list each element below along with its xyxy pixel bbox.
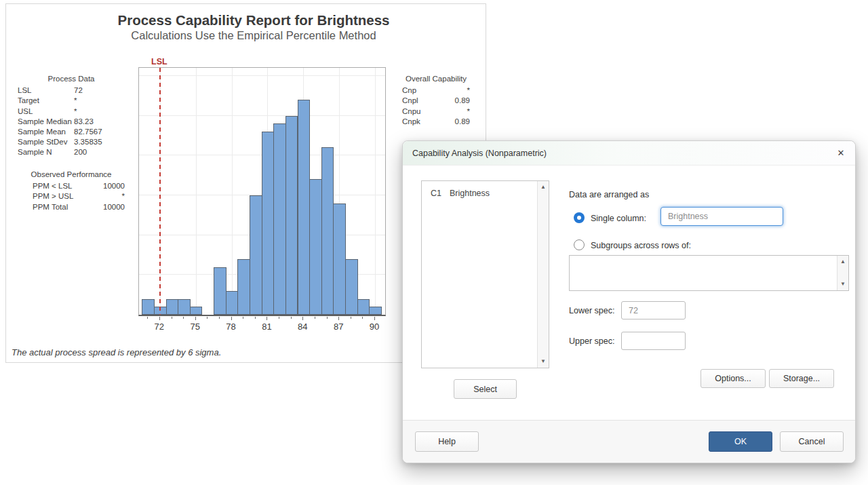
stat-label: PPM < LSL — [33, 181, 90, 191]
histogram-bar — [262, 132, 275, 315]
stat-row: Sample Mean82.7567 — [18, 127, 125, 137]
gridline-vertical — [375, 68, 376, 315]
stat-row: Cnpk0.89 — [402, 117, 470, 127]
stat-row: Cnpl0.89 — [402, 96, 470, 106]
x-axis-tick — [267, 317, 267, 320]
stat-label: PPM Total — [33, 202, 90, 212]
options-button[interactable]: Options... — [701, 369, 766, 388]
histogram-bar — [190, 307, 203, 315]
x-axis-tick — [147, 317, 148, 319]
stat-row: PPM < LSL10000 — [18, 181, 125, 191]
stat-label: LSL — [18, 85, 74, 96]
histogram-bar — [369, 307, 382, 315]
stat-value: 0.89 — [437, 117, 470, 127]
histogram-bar — [321, 147, 334, 315]
stat-label: Cnpk — [402, 117, 437, 127]
scroll-up-icon[interactable]: ▲ — [837, 256, 848, 267]
x-axis-tick — [374, 317, 375, 320]
close-icon[interactable]: ✕ — [833, 147, 848, 160]
help-button[interactable]: Help — [415, 431, 479, 452]
subgroups-radio[interactable] — [574, 239, 585, 250]
x-axis-tick-label: 78 — [221, 322, 241, 332]
x-axis-tick — [351, 317, 351, 319]
observed-performance-panel: Observed Performance PPM < LSL10000PPM >… — [18, 170, 125, 212]
gridline-vertical — [196, 68, 197, 315]
variable-column-id: C1 — [431, 189, 441, 198]
x-axis-tick — [315, 317, 315, 319]
gridline-horizontal — [139, 115, 385, 116]
stat-label: PPM > USL — [33, 191, 90, 201]
stat-row: Cnp* — [402, 85, 470, 96]
x-axis: 72757881848790 — [138, 317, 387, 334]
listbox-scrollbar[interactable]: ▲ ▼ — [537, 181, 549, 368]
stat-label: Cnpu — [402, 106, 437, 117]
x-axis-tick-label: 84 — [292, 322, 313, 332]
stat-value: * — [437, 106, 470, 117]
x-axis-tick — [219, 317, 220, 319]
single-column-input[interactable] — [660, 207, 783, 226]
overall-capability-rows: Cnp*Cnpl0.89Cnpu*Cnpk0.89 — [402, 85, 470, 127]
x-axis-tick — [172, 317, 172, 319]
x-axis-tick — [243, 317, 243, 319]
subgroups-input[interactable]: ▲ ▼ — [569, 255, 849, 291]
histogram-bar — [345, 259, 358, 315]
stat-row: Sample StDev3.35835 — [18, 137, 125, 147]
stat-value: 72 — [74, 85, 125, 96]
histogram-bar — [214, 267, 226, 315]
x-axis-tick — [291, 317, 292, 319]
x-axis-tick — [231, 317, 232, 320]
cancel-button[interactable]: Cancel — [780, 431, 844, 452]
scroll-down-icon[interactable]: ▼ — [837, 279, 848, 290]
stat-row: PPM Total10000 — [18, 202, 125, 212]
upper-spec-input[interactable] — [621, 332, 686, 350]
stat-row: Sample N200 — [18, 147, 125, 157]
process-data-panel: Process Data LSL72Target*USL*Sample Medi… — [18, 74, 125, 158]
lower-spec-input[interactable] — [621, 301, 686, 319]
overall-capability-header: Overall Capability — [402, 74, 470, 84]
stat-label: Sample N — [18, 147, 74, 157]
stat-row: Sample Median83.23 — [18, 117, 125, 127]
capability-analysis-dialog: Capability Analysis (Nonparametric) ✕ C1… — [402, 140, 856, 463]
stat-row: USL* — [18, 106, 125, 117]
stat-label: Sample Median — [18, 117, 74, 127]
x-axis-tick — [195, 317, 196, 320]
data-arranged-label: Data are arranged as — [569, 190, 649, 199]
dialog-titlebar[interactable]: Capability Analysis (Nonparametric) ✕ — [403, 141, 855, 166]
ok-button[interactable]: OK — [709, 431, 772, 452]
x-axis-tick-label: 90 — [364, 322, 384, 332]
variable-listbox[interactable]: C1 Brightness ▲ ▼ — [421, 180, 549, 368]
stat-label: Cnpl — [402, 96, 437, 106]
lsl-reference-line — [159, 68, 161, 315]
stat-value: 10000 — [90, 181, 125, 191]
observed-performance-header: Observed Performance — [18, 170, 125, 180]
lower-spec-label: Lower spec: — [569, 306, 614, 315]
select-button[interactable]: Select — [454, 379, 517, 399]
histogram-bar — [298, 100, 311, 315]
stat-value: 82.7567 — [74, 127, 125, 137]
stat-value: 10000 — [90, 202, 125, 212]
x-axis-tick — [279, 317, 279, 319]
scroll-up-icon[interactable]: ▲ — [538, 182, 549, 193]
subgroups-scrollbar[interactable]: ▲ ▼ — [837, 256, 848, 290]
stat-value: 3.35835 — [74, 137, 125, 147]
stat-label: Target — [18, 96, 74, 106]
variable-list-item[interactable]: C1 Brightness — [422, 181, 537, 198]
stat-label: Cnp — [402, 85, 437, 96]
stat-value: * — [90, 191, 125, 201]
dialog-title: Capability Analysis (Nonparametric) — [412, 141, 547, 166]
gridline-vertical — [232, 68, 233, 315]
storage-button[interactable]: Storage... — [769, 369, 834, 388]
dialog-footer: Help OK Cancel — [403, 420, 855, 463]
x-axis-tick — [338, 317, 339, 320]
scroll-down-icon[interactable]: ▼ — [538, 356, 549, 367]
single-column-radio[interactable] — [574, 212, 585, 223]
x-axis-tick — [207, 317, 208, 319]
x-axis-tick-label: 75 — [185, 322, 205, 332]
x-axis-tick — [255, 317, 256, 319]
x-axis-tick-label: 81 — [256, 322, 277, 332]
histogram-bar — [166, 299, 179, 315]
histogram-bar — [273, 123, 286, 315]
x-axis-tick — [183, 317, 184, 319]
stat-row: LSL72 — [18, 85, 125, 96]
lsl-reference-label: LSL — [151, 57, 167, 66]
